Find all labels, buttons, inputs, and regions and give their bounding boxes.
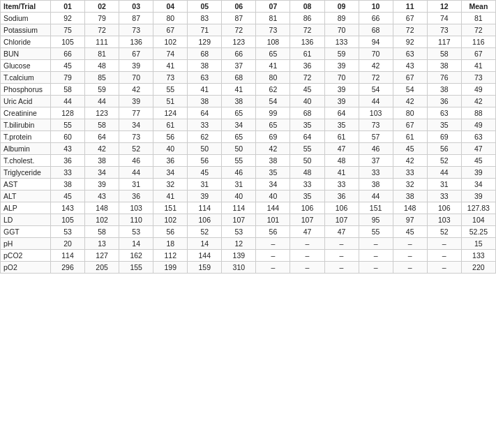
row-value: 45 (51, 191, 85, 202)
row-value: 74 (153, 48, 188, 60)
table-row: GGT53585356525356474755455252.25 (1, 226, 496, 238)
row-value: 55 (153, 84, 188, 96)
row-value: 44 (119, 167, 153, 179)
row-mean: 49 (461, 119, 495, 131)
row-value: 58 (85, 226, 119, 238)
row-value: – (256, 262, 290, 274)
row-value: 50 (222, 143, 256, 155)
row-value: 44 (51, 96, 85, 107)
row-value: 38 (51, 179, 85, 191)
row-label: LD (1, 214, 51, 226)
row-value: 56 (153, 226, 188, 238)
row-value: 55 (359, 226, 393, 238)
row-value: 70 (324, 24, 359, 36)
row-value: – (427, 262, 461, 274)
row-value: 44 (427, 167, 461, 179)
row-value: 69 (427, 131, 461, 143)
row-value: 46 (222, 167, 256, 179)
lab-results-table: Item/Trial010203040506070809101112Mean S… (0, 0, 496, 274)
row-value: 56 (188, 155, 222, 167)
row-mean: 47 (461, 143, 495, 155)
row-value: 107 (222, 214, 256, 226)
row-value: 48 (85, 60, 119, 72)
row-mean: 72 (461, 24, 495, 36)
row-value: 65 (256, 119, 290, 131)
row-value: – (393, 262, 427, 274)
row-value: 50 (188, 143, 222, 155)
row-value: 58 (427, 48, 461, 60)
row-value: 43 (393, 60, 427, 72)
row-value: 111 (85, 36, 119, 48)
row-value: 73 (119, 131, 153, 143)
row-value: 39 (188, 191, 222, 202)
row-mean: 88 (461, 107, 495, 119)
row-value: 46 (359, 143, 393, 155)
row-value: 41 (324, 167, 359, 179)
table-row: Chloride10511113610212912310813613394921… (1, 36, 496, 48)
row-label: Phosphorus (1, 84, 51, 96)
col-header-trial-10: 10 (359, 1, 393, 13)
row-value: 48 (324, 155, 359, 167)
row-value: 71 (188, 24, 222, 36)
row-value: 103 (359, 107, 393, 119)
row-value: 45 (51, 60, 85, 72)
row-value: 39 (324, 60, 359, 72)
row-value: 89 (324, 13, 359, 24)
row-value: 52 (427, 155, 461, 167)
row-value: 41 (153, 60, 188, 72)
row-value: 33 (188, 119, 222, 131)
row-value: 70 (324, 72, 359, 84)
row-mean: 63 (461, 131, 495, 143)
row-value: 43 (85, 191, 119, 202)
row-value: 99 (256, 107, 290, 119)
col-header-trial-06: 06 (222, 1, 256, 13)
row-value: 38 (427, 84, 461, 96)
row-value: 40 (290, 96, 324, 107)
row-value: 44 (359, 96, 393, 107)
row-value: 61 (324, 131, 359, 143)
row-value: 106 (188, 214, 222, 226)
row-value: 73 (359, 119, 393, 131)
row-value: 35 (427, 119, 461, 131)
row-value: 112 (153, 250, 188, 262)
row-value: 31 (222, 179, 256, 191)
row-value: 31 (427, 179, 461, 191)
row-label: T.cholest. (1, 155, 51, 167)
row-value: 44 (359, 191, 393, 202)
row-value: 33 (393, 167, 427, 179)
row-value: 64 (188, 107, 222, 119)
row-value: 40 (256, 191, 290, 202)
col-header-trial-04: 04 (153, 1, 188, 13)
row-label: Albumin (1, 143, 51, 155)
col-header-trial-01: 01 (51, 1, 85, 13)
row-value: 79 (85, 13, 119, 24)
row-value: 61 (290, 48, 324, 60)
row-value: 102 (85, 214, 119, 226)
row-value: 68 (359, 24, 393, 36)
row-value: 33 (427, 191, 461, 202)
row-label: T.bilirubin (1, 119, 51, 131)
row-label: Sodium (1, 13, 51, 24)
row-value: 73 (427, 24, 461, 36)
row-value: 38 (393, 191, 427, 202)
row-mean: 133 (461, 250, 495, 262)
row-value: 65 (222, 107, 256, 119)
row-value: 48 (290, 167, 324, 179)
row-mean: 73 (461, 72, 495, 84)
row-value: 67 (393, 119, 427, 131)
row-value: 92 (393, 36, 427, 48)
row-value: 129 (188, 36, 222, 48)
row-value: 162 (119, 250, 153, 262)
row-value: 58 (51, 84, 85, 96)
row-label: Creatinine (1, 107, 51, 119)
row-value: 56 (427, 143, 461, 155)
row-mean: 34 (461, 179, 495, 191)
row-value: 128 (51, 107, 85, 119)
row-value: 133 (324, 36, 359, 48)
row-value: 39 (119, 96, 153, 107)
row-value: 66 (359, 13, 393, 24)
row-value: 101 (256, 214, 290, 226)
row-value: 31 (119, 179, 153, 191)
row-value: 47 (324, 143, 359, 155)
row-value: 102 (153, 214, 188, 226)
